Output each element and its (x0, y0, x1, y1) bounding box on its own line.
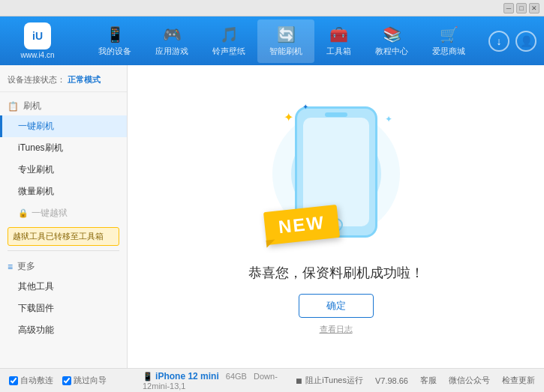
title-bar: ─ □ ✕ (0, 0, 544, 16)
sidebar-more-header: ≡ 更多 (0, 256, 127, 276)
sidebar-one-click-flash[interactable]: 一键刷机 (0, 115, 127, 137)
device-info: 📱 iPhone 12 mini 64GB Down-12mini-13,1 (143, 371, 295, 391)
jailbreak-label: 一键越狱 (32, 207, 68, 220)
nav-apps-games-label: 应用游戏 (155, 46, 188, 57)
nav-ringtones-label: 铃声壁纸 (212, 46, 245, 57)
logo-icon: iU (24, 22, 51, 49)
nav-my-device-label: 我的设备 (98, 46, 131, 57)
nav-ringtones[interactable]: 🎵 铃声壁纸 (200, 19, 257, 63)
auto-flash-checkbox[interactable]: 自动敷连 (9, 375, 53, 386)
sparkle-3: ✦ (302, 103, 308, 111)
check-update-link[interactable]: 检查更新 (502, 375, 535, 386)
ringtones-icon: 🎵 (220, 25, 239, 43)
sidebar-divider (8, 250, 119, 251)
store-icon: 🛒 (440, 25, 458, 43)
more-section-title: 更多 (17, 260, 35, 273)
more-section-icon: ≡ (8, 262, 13, 272)
ribbon-tail-left (266, 239, 275, 247)
download-btn[interactable]: ↓ (488, 31, 509, 52)
flash-section-title: 刷机 (23, 100, 41, 112)
status-label: 设备连接状态： (8, 75, 65, 84)
sparkle-2: ✦ (385, 114, 392, 124)
stop-icon: ⏹ (295, 376, 303, 385)
auto-flash-input[interactable] (9, 376, 18, 385)
status-bar: 设备连接状态： 正常模式 (0, 71, 127, 92)
sidebar-flash-header: 📋 刷机 (0, 95, 127, 115)
bottom-bar: 自动敷连 跳过向导 📱 iPhone 12 mini 64GB Down-12m… (0, 368, 544, 392)
success-text: 恭喜您，保资料刷机成功啦！ (248, 264, 424, 282)
lock-icon: 🔒 (18, 208, 29, 218)
stop-itunes-label: 阻止iTunes运行 (305, 375, 363, 386)
toolbox-icon: 🧰 (329, 25, 348, 43)
apps-games-icon: 🎮 (163, 25, 182, 43)
header-right: ↓ 👤 (488, 31, 536, 52)
bottom-right: ⏹ 阻止iTunes运行 V7.98.66 客服 微信公众号 检查更新 (295, 375, 535, 386)
smart-flash-icon: 🔄 (277, 25, 296, 43)
maximize-btn[interactable]: □ (516, 3, 527, 13)
my-device-icon: 📱 (106, 25, 125, 43)
ribbon-wrapper: NEW (265, 208, 338, 241)
device-storage: 64GB (226, 372, 247, 381)
sidebar: 设备连接状态： 正常模式 📋 刷机 一键刷机 iTunes刷机 专业刷机 微量刷… (0, 65, 128, 368)
nav-smart-flash[interactable]: 🔄 智能刷机 (257, 19, 314, 63)
tutorials-icon: 📚 (383, 25, 401, 43)
wechat-link[interactable]: 微信公众号 (449, 375, 490, 386)
version-text: V7.98.66 (375, 376, 408, 385)
nav-smart-flash-label: 智能刷机 (269, 46, 302, 57)
sidebar-jailbreak: 🔒 一键越狱 (0, 202, 127, 224)
sidebar-other-tools[interactable]: 其他工具 (0, 276, 127, 298)
sidebar-micro-flash[interactable]: 微量刷机 (0, 181, 127, 202)
bottom-center: 📱 iPhone 12 mini 64GB Down-12mini-13,1 (137, 371, 295, 391)
nav-toolbox-label: 工具箱 (326, 46, 351, 57)
logo-url: www.i4.cn (20, 51, 54, 59)
nav-toolbox[interactable]: 🧰 工具箱 (314, 19, 363, 63)
success-visual: NEW ✦ ✦ ✦ (261, 99, 411, 249)
sidebar-advanced[interactable]: 高级功能 (0, 319, 127, 341)
nav-tutorials-label: 教程中心 (375, 46, 408, 57)
minimize-btn[interactable]: ─ (503, 3, 514, 13)
sidebar-itunes-flash[interactable]: iTunes刷机 (0, 137, 127, 159)
nav-store[interactable]: 🛒 爱思商城 (420, 19, 477, 63)
nav-store-label: 爱思商城 (432, 46, 465, 57)
nav-my-device[interactable]: 📱 我的设备 (86, 19, 143, 63)
main-area: 设备连接状态： 正常模式 📋 刷机 一键刷机 iTunes刷机 专业刷机 微量刷… (0, 65, 544, 368)
sidebar-pro-flash[interactable]: 专业刷机 (0, 159, 127, 181)
skip-wizard-input[interactable] (62, 376, 71, 385)
stop-itunes-btn[interactable]: ⏹ 阻止iTunes运行 (295, 375, 363, 386)
device-name: iPhone 12 mini (155, 371, 219, 382)
device-icon: 📱 (143, 372, 153, 381)
close-btn[interactable]: ✕ (529, 3, 539, 13)
main-content-area: NEW ✦ ✦ ✦ 恭喜您，保资料刷机成功啦！ 确定 查看日志 (128, 65, 544, 368)
auto-flash-label: 自动敷连 (20, 375, 53, 386)
skip-wizard-label: 跳过向导 (74, 375, 107, 386)
flash-section-icon: 📋 (8, 101, 19, 112)
window-controls[interactable]: ─ □ ✕ (503, 3, 539, 13)
nav-tutorials[interactable]: 📚 教程中心 (363, 19, 420, 63)
support-link[interactable]: 客服 (420, 375, 437, 386)
sidebar-download-firmware[interactable]: 下载固件 (0, 298, 127, 319)
logo[interactable]: iU www.i4.cn (8, 22, 68, 59)
phone-notch (325, 112, 347, 117)
view-log-link[interactable]: 查看日志 (320, 324, 353, 335)
nav-bar: 📱 我的设备 🎮 应用游戏 🎵 铃声壁纸 🔄 智能刷机 🧰 工具箱 📚 教程中心… (75, 19, 488, 63)
jailbreak-notice: 越狱工具已转移至工具箱 (8, 227, 119, 246)
status-value: 正常模式 (68, 75, 101, 84)
confirm-button[interactable]: 确定 (299, 294, 374, 318)
bottom-left: 自动敷连 跳过向导 (9, 375, 137, 386)
header: iU www.i4.cn 📱 我的设备 🎮 应用游戏 🎵 铃声壁纸 🔄 智能刷机… (0, 16, 544, 65)
skip-wizard-checkbox[interactable]: 跳过向导 (62, 375, 107, 386)
sparkle-1: ✦ (284, 110, 293, 124)
user-btn[interactable]: 👤 (515, 31, 536, 52)
nav-apps-games[interactable]: 🎮 应用游戏 (143, 19, 200, 63)
new-badge-container: NEW (265, 208, 338, 241)
